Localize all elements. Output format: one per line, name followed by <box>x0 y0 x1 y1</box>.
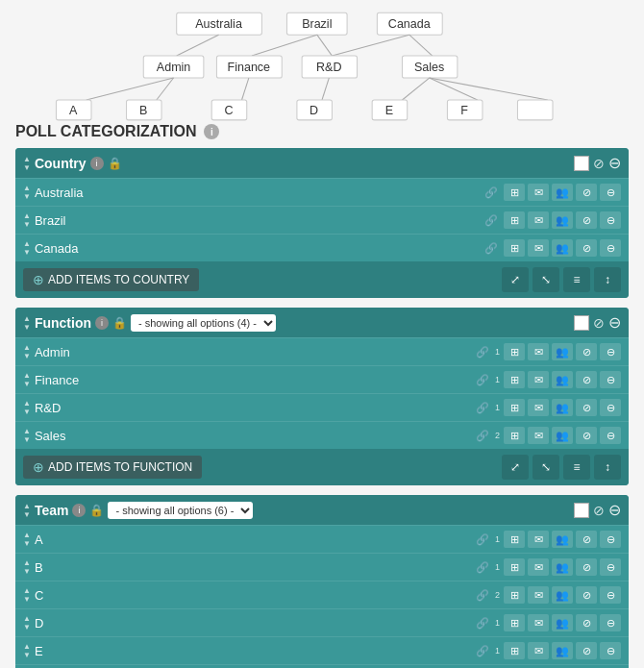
row-table-icon-function-0[interactable]: ⊞ <box>504 343 525 360</box>
row-envelope-icon-team-1[interactable]: ✉ <box>528 558 549 576</box>
up-arrow-team[interactable]: ▲ <box>23 502 31 510</box>
row-cancel-icon-team-3[interactable]: ⊘ <box>576 614 597 631</box>
row-envelope-icon-function-1[interactable]: ✉ <box>528 371 549 388</box>
cat-checkbox-team[interactable] <box>574 503 589 518</box>
row-cancel-icon-function-2[interactable]: ⊘ <box>576 399 597 416</box>
row-cancel-icon-team-4[interactable]: ⊘ <box>576 642 597 659</box>
item-link-icon-team-3[interactable]: 🔗 <box>476 617 489 630</box>
row-people-icon-function-0[interactable]: 👥 <box>552 343 573 360</box>
row-people-icon-team-0[interactable]: 👥 <box>552 531 573 548</box>
item-link-icon-team-4[interactable]: 🔗 <box>476 645 489 657</box>
row-table-icon-team-2[interactable]: ⊞ <box>504 586 525 604</box>
row-envelope-icon-team-4[interactable]: ✉ <box>528 642 549 659</box>
item-sort-team-4[interactable]: ▲▼ <box>23 642 31 659</box>
row-people-icon-team-1[interactable]: 👥 <box>552 558 573 576</box>
row-table-icon-team-0[interactable]: ⊞ <box>504 531 525 548</box>
sort-tool-country[interactable]: ↕ <box>594 267 621 292</box>
item-sort-function-1[interactable]: ▲▼ <box>23 371 31 388</box>
cat-info-icon-team[interactable]: i <box>72 504 86 517</box>
item-link-icon-country-0[interactable]: 🔗 <box>484 186 498 199</box>
item-sort-country-1[interactable]: ▲▼ <box>23 211 31 229</box>
row-table-icon-country-2[interactable]: ⊞ <box>504 239 525 257</box>
item-link-icon-country-1[interactable]: 🔗 <box>484 214 498 227</box>
row-table-icon-function-1[interactable]: ⊞ <box>504 371 525 388</box>
row-table-icon-function-3[interactable]: ⊞ <box>504 427 525 444</box>
down-arrow-country[interactable]: ▼ <box>23 163 31 172</box>
item-link-icon-function-3[interactable]: 🔗 <box>476 430 489 442</box>
sort-arrows-function[interactable]: ▲▼ <box>23 314 31 332</box>
item-sort-function-2[interactable]: ▲▼ <box>23 399 31 416</box>
expand-tool-function[interactable]: ⤢ <box>502 455 529 480</box>
row-cancel-icon-function-1[interactable]: ⊘ <box>576 371 597 388</box>
row-cancel-icon-country-1[interactable]: ⊘ <box>576 211 597 229</box>
row-minus-icon-country-1[interactable]: ⊖ <box>600 211 621 229</box>
row-envelope-icon-team-0[interactable]: ✉ <box>528 531 549 548</box>
poll-info-icon[interactable]: i <box>204 124 219 139</box>
row-table-icon-team-1[interactable]: ⊞ <box>504 558 525 576</box>
row-cancel-icon-country-0[interactable]: ⊘ <box>576 184 597 201</box>
row-envelope-icon-team-2[interactable]: ✉ <box>528 586 549 604</box>
item-sort-country-0[interactable]: ▲▼ <box>23 184 31 201</box>
cat-cancel-icon-function[interactable]: ⊘ <box>593 315 605 331</box>
row-people-icon-team-3[interactable]: 👥 <box>552 614 573 631</box>
item-link-icon-team-2[interactable]: 🔗 <box>476 589 489 602</box>
item-link-icon-function-2[interactable]: 🔗 <box>476 402 489 414</box>
collapse-tool-function[interactable]: ⤡ <box>533 455 559 480</box>
row-envelope-icon-country-0[interactable]: ✉ <box>528 184 549 201</box>
cat-lock-icon-function[interactable]: 🔒 <box>112 316 127 330</box>
expand-tool-country[interactable]: ⤢ <box>502 267 529 292</box>
sort-arrows-country[interactable]: ▲▼ <box>23 155 31 172</box>
item-sort-function-3[interactable]: ▲▼ <box>23 427 31 444</box>
down-arrow-function[interactable]: ▼ <box>23 323 31 332</box>
row-minus-icon-function-3[interactable]: ⊖ <box>600 427 621 444</box>
row-minus-icon-function-1[interactable]: ⊖ <box>600 371 621 388</box>
row-people-icon-country-2[interactable]: 👥 <box>552 239 573 257</box>
row-minus-icon-team-3[interactable]: ⊖ <box>600 614 621 631</box>
down-arrow-team[interactable]: ▼ <box>23 510 31 519</box>
row-minus-icon-team-1[interactable]: ⊖ <box>600 558 621 576</box>
item-sort-function-0[interactable]: ▲▼ <box>23 343 31 360</box>
list-tool-function[interactable]: ≡ <box>563 455 590 480</box>
sort-arrows-team[interactable]: ▲▼ <box>23 502 31 519</box>
cat-lock-icon-country[interactable]: 🔒 <box>108 157 122 170</box>
cat-checkbox-function[interactable] <box>574 315 589 331</box>
cat-checkbox-country[interactable] <box>574 156 589 171</box>
item-sort-country-2[interactable]: ▲▼ <box>23 239 31 257</box>
row-people-icon-country-1[interactable]: 👥 <box>552 211 573 229</box>
row-cancel-icon-function-3[interactable]: ⊘ <box>576 427 597 444</box>
row-envelope-icon-team-3[interactable]: ✉ <box>528 614 549 631</box>
row-envelope-icon-function-3[interactable]: ✉ <box>528 427 549 444</box>
item-sort-team-3[interactable]: ▲▼ <box>23 614 31 631</box>
row-minus-icon-function-2[interactable]: ⊖ <box>600 399 621 416</box>
row-table-icon-country-1[interactable]: ⊞ <box>504 211 525 229</box>
up-arrow-function[interactable]: ▲ <box>23 314 31 323</box>
item-link-icon-team-0[interactable]: 🔗 <box>476 533 489 546</box>
item-link-icon-team-1[interactable]: 🔗 <box>476 561 489 574</box>
row-table-icon-function-2[interactable]: ⊞ <box>504 399 525 416</box>
row-table-icon-team-3[interactable]: ⊞ <box>504 614 525 631</box>
row-people-icon-country-0[interactable]: 👥 <box>552 184 573 201</box>
cat-minus-icon-country[interactable]: ⊖ <box>608 154 621 172</box>
add-button-country[interactable]: ⊕ ADD ITEMS TO COUNTRY <box>23 268 199 291</box>
cat-minus-icon-team[interactable]: ⊖ <box>608 501 621 519</box>
row-minus-icon-function-0[interactable]: ⊖ <box>600 343 621 360</box>
item-sort-team-2[interactable]: ▲▼ <box>23 586 31 604</box>
row-minus-icon-team-2[interactable]: ⊖ <box>600 586 621 604</box>
row-people-icon-function-3[interactable]: 👥 <box>552 427 573 444</box>
cat-lock-icon-team[interactable]: 🔒 <box>89 504 104 517</box>
row-minus-icon-team-4[interactable]: ⊖ <box>600 642 621 659</box>
row-people-icon-function-1[interactable]: 👥 <box>552 371 573 388</box>
row-envelope-icon-function-2[interactable]: ✉ <box>528 399 549 416</box>
row-minus-icon-country-2[interactable]: ⊖ <box>600 239 621 257</box>
row-table-icon-country-0[interactable]: ⊞ <box>504 184 525 201</box>
item-link-icon-country-2[interactable]: 🔗 <box>484 242 498 255</box>
cat-cancel-icon-country[interactable]: ⊘ <box>593 156 605 171</box>
filter-dropdown-function[interactable]: - showing all options (4) - <box>131 314 276 332</box>
row-envelope-icon-country-1[interactable]: ✉ <box>528 211 549 229</box>
add-button-function[interactable]: ⊕ ADD ITEMS TO FUNCTION <box>23 456 202 479</box>
row-people-icon-team-4[interactable]: 👥 <box>552 642 573 659</box>
cat-minus-icon-function[interactable]: ⊖ <box>608 313 621 332</box>
row-minus-icon-country-0[interactable]: ⊖ <box>600 184 621 201</box>
row-cancel-icon-function-0[interactable]: ⊘ <box>576 343 597 360</box>
row-cancel-icon-country-2[interactable]: ⊘ <box>576 239 597 257</box>
